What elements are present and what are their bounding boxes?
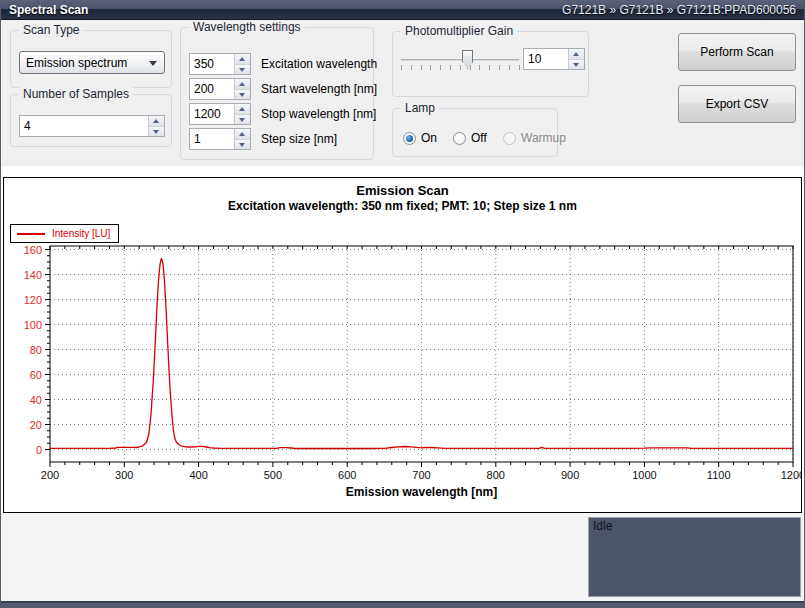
excitation-wavelength-label: Excitation wavelength <box>261 57 377 71</box>
radio-selected-icon <box>403 132 416 145</box>
pmt-gain-value: 10 <box>528 52 541 66</box>
chart-panel: Emission Scan Excitation wavelength: 350… <box>3 177 802 513</box>
control-panel: Scan Type Emission spectrum Number of Sa… <box>0 20 805 167</box>
spin-up-button[interactable] <box>235 104 250 115</box>
excitation-wavelength-row: 350 Excitation wavelength <box>181 53 373 75</box>
svg-text:400: 400 <box>189 469 207 481</box>
samples-group: Number of Samples 4 <box>10 94 172 147</box>
arrow-down-icon <box>573 63 579 67</box>
svg-text:100: 100 <box>24 319 42 331</box>
scan-type-group-label: Scan Type <box>19 23 83 37</box>
arrow-up-icon <box>153 119 159 123</box>
spectrum-plot: 2003004005006007008009001000110012000204… <box>4 178 801 512</box>
start-wavelength-value: 200 <box>194 82 214 96</box>
lamp-warmup-label: Warmup <box>521 131 566 145</box>
svg-text:80: 80 <box>30 344 42 356</box>
window-left-border <box>0 0 1 608</box>
svg-text:600: 600 <box>338 469 356 481</box>
scan-type-dropdown[interactable]: Emission spectrum <box>19 51 165 74</box>
samples-value: 4 <box>24 119 31 133</box>
scan-type-group: Scan Type Emission spectrum <box>10 30 172 88</box>
arrow-down-icon <box>239 68 245 72</box>
spin-up-button[interactable] <box>235 129 250 140</box>
stop-wavelength-label: Stop wavelength [nm] <box>261 107 376 121</box>
arrow-up-icon <box>239 82 245 86</box>
svg-text:140: 140 <box>24 269 42 281</box>
scan-type-value: Emission spectrum <box>26 56 127 70</box>
arrow-up-icon <box>573 52 579 56</box>
svg-text:500: 500 <box>264 469 282 481</box>
samples-spin-buttons <box>148 116 164 136</box>
spin-up-button[interactable] <box>569 49 584 60</box>
pmt-gain-input[interactable]: 10 <box>523 48 585 70</box>
arrow-down-icon <box>153 130 159 134</box>
spin-buttons <box>234 104 250 124</box>
app-window: Spectral Scan G7121B » G7121B » G7121B:P… <box>0 0 805 608</box>
pmt-gain-group: Photomultiplier Gain 10 <box>392 31 589 97</box>
stop-wavelength-input[interactable]: 1200 <box>189 103 251 125</box>
wavelength-settings-group: Wavelength settings 350 Excitation wavel… <box>180 27 374 160</box>
samples-input[interactable]: 4 <box>19 115 165 137</box>
svg-text:0: 0 <box>36 444 42 456</box>
arrow-down-icon <box>239 118 245 122</box>
svg-text:120: 120 <box>24 294 42 306</box>
step-size-row: 1 Step size [nm] <box>181 128 373 150</box>
spin-down-button[interactable] <box>235 140 250 150</box>
svg-text:1000: 1000 <box>632 469 656 481</box>
status-log-panel: Idle <box>588 517 801 597</box>
svg-text:40: 40 <box>30 394 42 406</box>
chevron-down-icon <box>149 61 157 66</box>
spin-up-button[interactable] <box>235 79 250 90</box>
spin-up-button[interactable] <box>149 116 164 127</box>
spin-up-button[interactable] <box>235 54 250 65</box>
lamp-warmup-radio: Warmup <box>503 131 566 145</box>
spin-down-button[interactable] <box>235 115 250 125</box>
start-wavelength-row: 200 Start wavelength [nm] <box>181 78 373 100</box>
samples-group-label: Number of Samples <box>19 87 133 101</box>
pmt-gain-group-label: Photomultiplier Gain <box>401 24 517 38</box>
start-wavelength-label: Start wavelength [nm] <box>261 82 377 96</box>
spin-down-button[interactable] <box>569 60 584 70</box>
svg-text:1200: 1200 <box>781 469 801 481</box>
lamp-off-label: Off <box>471 131 487 145</box>
spin-buttons <box>234 79 250 99</box>
instrument-breadcrumb: G7121B » G7121B » G7121B:PPAD600056 <box>562 3 796 17</box>
spin-buttons <box>234 54 250 74</box>
svg-text:160: 160 <box>24 244 42 256</box>
lamp-off-radio[interactable]: Off <box>453 131 487 145</box>
step-size-label: Step size [nm] <box>261 132 337 146</box>
lamp-on-label: On <box>421 131 437 145</box>
pmt-slider-ticks <box>401 65 520 70</box>
export-csv-button[interactable]: Export CSV <box>678 85 796 123</box>
perform-scan-button[interactable]: Perform Scan <box>678 33 796 71</box>
lamp-on-radio[interactable]: On <box>403 131 437 145</box>
svg-text:Emission wavelength [nm]: Emission wavelength [nm] <box>346 485 497 499</box>
arrow-down-icon <box>239 93 245 97</box>
spin-down-button[interactable] <box>235 90 250 100</box>
wavelength-group-label: Wavelength settings <box>189 20 305 34</box>
svg-text:1100: 1100 <box>707 469 731 481</box>
svg-text:800: 800 <box>487 469 505 481</box>
svg-text:700: 700 <box>412 469 430 481</box>
excitation-wavelength-value: 350 <box>194 57 214 71</box>
bottom-status-bar <box>0 601 805 608</box>
lamp-group: Lamp On Off Warmup <box>392 108 558 157</box>
stop-wavelength-value: 1200 <box>194 107 221 121</box>
spin-down-button[interactable] <box>235 65 250 75</box>
arrow-up-icon <box>239 132 245 136</box>
start-wavelength-input[interactable]: 200 <box>189 78 251 100</box>
excitation-wavelength-input[interactable]: 350 <box>189 53 251 75</box>
arrow-up-icon <box>239 107 245 111</box>
step-size-input[interactable]: 1 <box>189 128 251 150</box>
spin-buttons <box>234 129 250 149</box>
svg-text:60: 60 <box>30 369 42 381</box>
bottom-panel: Idle <box>0 513 805 601</box>
spin-down-button[interactable] <box>149 127 164 137</box>
pmt-gain-slider[interactable] <box>401 59 519 61</box>
radio-icon <box>453 132 466 145</box>
arrow-up-icon <box>239 57 245 61</box>
spin-buttons <box>568 49 584 69</box>
radio-disabled-icon <box>503 132 516 145</box>
svg-text:20: 20 <box>30 419 42 431</box>
arrow-down-icon <box>239 143 245 147</box>
